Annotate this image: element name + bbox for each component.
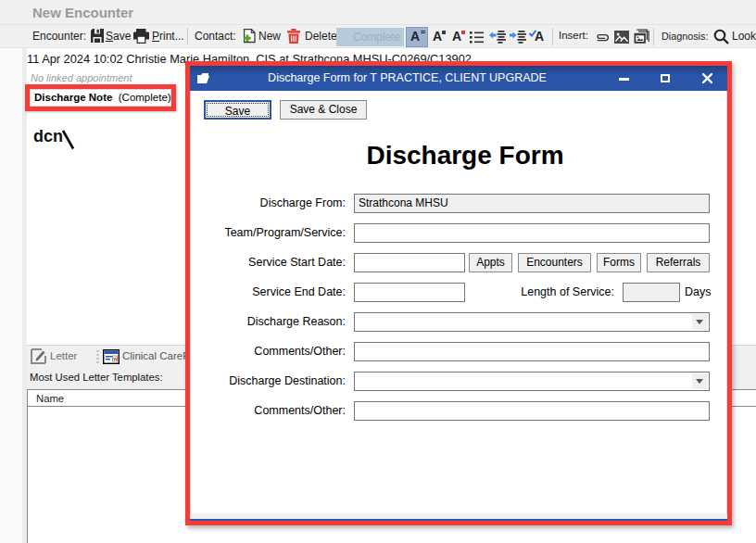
svg-text:w: w [112,356,118,361]
